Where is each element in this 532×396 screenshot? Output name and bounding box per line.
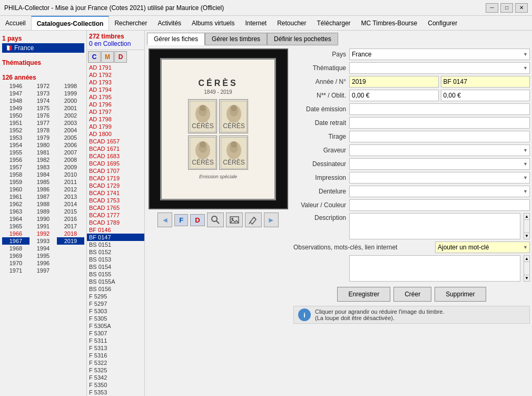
list-item[interactable]: AD 1799 bbox=[87, 123, 144, 130]
valeur-input[interactable] bbox=[349, 199, 530, 211]
list-item[interactable]: F 5295 bbox=[87, 293, 144, 300]
year-1981[interactable]: 1981 bbox=[29, 149, 57, 156]
tab-gerer-fiches[interactable]: Gérer les fiches bbox=[147, 33, 205, 45]
year-1975[interactable]: 1975 bbox=[29, 104, 57, 112]
year-2009[interactable]: 2009 bbox=[57, 163, 84, 171]
menu-catalogues[interactable]: Catalogues-Collection bbox=[31, 16, 110, 30]
list-item[interactable]: AD 1791 bbox=[87, 64, 144, 71]
year-1962[interactable]: 1962 bbox=[2, 200, 29, 208]
year-1992[interactable]: 1992 bbox=[29, 230, 57, 237]
graveur-select[interactable] bbox=[349, 144, 530, 156]
year-2004[interactable]: 2004 bbox=[57, 127, 84, 134]
close-button[interactable]: ✕ bbox=[515, 3, 528, 13]
year-1946[interactable]: 1946 bbox=[2, 82, 29, 90]
list-item[interactable]: F 5297 bbox=[87, 300, 144, 307]
year-1966[interactable]: 1966 bbox=[2, 230, 29, 237]
list-item[interactable]: BCAD 1657 bbox=[87, 138, 144, 145]
year-1957[interactable]: 1957 bbox=[2, 163, 29, 171]
oblit-input[interactable] bbox=[441, 90, 530, 101]
year-1959[interactable]: 1959 bbox=[2, 178, 29, 186]
year-1956[interactable]: 1956 bbox=[2, 156, 29, 163]
year-1989[interactable]: 1989 bbox=[29, 208, 57, 215]
stamp-image[interactable]: CÉRÈS 1849 - 2019 CÉRÈS bbox=[149, 49, 288, 209]
list-item[interactable]: BS 0155 bbox=[87, 271, 144, 278]
list-item[interactable]: F 5322 bbox=[87, 359, 144, 366]
year-2008[interactable]: 2008 bbox=[57, 156, 84, 163]
d-button[interactable]: D bbox=[190, 214, 204, 226]
year-2015[interactable]: 2015 bbox=[57, 208, 84, 215]
year-2016[interactable]: 2016 bbox=[57, 215, 84, 223]
list-item[interactable]: F 5325 bbox=[87, 366, 144, 374]
tab-definir-pochettes[interactable]: Définir les pochettes bbox=[267, 33, 338, 45]
year-2013[interactable]: 2013 bbox=[57, 193, 84, 200]
year-1986[interactable]: 1986 bbox=[29, 186, 57, 193]
year-1994[interactable]: 1994 bbox=[29, 245, 57, 252]
year-2011[interactable]: 2011 bbox=[57, 178, 84, 186]
year-1951[interactable]: 1951 bbox=[2, 119, 29, 127]
year-2001[interactable]: 2001 bbox=[57, 104, 84, 112]
annee-input[interactable] bbox=[349, 76, 439, 88]
year-1964[interactable]: 1964 bbox=[2, 215, 29, 223]
year-1970[interactable]: 1970 bbox=[2, 259, 29, 267]
year-1998[interactable]: 1998 bbox=[57, 82, 84, 90]
year-2010[interactable]: 2010 bbox=[57, 171, 84, 178]
year-1995[interactable]: 1995 bbox=[29, 252, 57, 259]
list-item[interactable]: BS 0152 bbox=[87, 248, 144, 256]
list-item[interactable]: BCAD 1741 bbox=[87, 189, 144, 197]
year-1976[interactable]: 1976 bbox=[29, 112, 57, 119]
year-1963[interactable]: 1963 bbox=[2, 208, 29, 215]
year-1990[interactable]: 1990 bbox=[29, 215, 57, 223]
year-1979[interactable]: 1979 bbox=[29, 134, 57, 141]
year-1974[interactable]: 1974 bbox=[29, 97, 57, 104]
list-item[interactable]: BS 0151 bbox=[87, 241, 144, 248]
f-button[interactable]: F bbox=[174, 214, 188, 226]
btn-d[interactable]: D bbox=[114, 51, 127, 63]
menu-albums[interactable]: Albums virtuels bbox=[186, 16, 240, 30]
menu-configurer[interactable]: Configurer bbox=[422, 16, 462, 30]
next-button[interactable]: ► bbox=[264, 213, 279, 227]
year-1967[interactable]: 1967 bbox=[2, 237, 29, 245]
list-item[interactable]: BS 0153 bbox=[87, 256, 144, 263]
year-1949[interactable]: 1949 bbox=[2, 104, 29, 112]
year-1950[interactable]: 1950 bbox=[2, 112, 29, 119]
year-1965[interactable]: 1965 bbox=[2, 223, 29, 230]
menu-mc-timbres[interactable]: MC Timbres-Bourse bbox=[356, 16, 423, 30]
year-2017[interactable]: 2017 bbox=[57, 223, 84, 230]
year-1954[interactable]: 1954 bbox=[2, 141, 29, 149]
list-item[interactable]: AD 1796 bbox=[87, 101, 144, 108]
list-item[interactable]: BCAD 1777 bbox=[87, 211, 144, 219]
year-1983[interactable]: 1983 bbox=[29, 163, 57, 171]
list-item[interactable]: BS 0156 bbox=[87, 285, 144, 293]
year-1947[interactable]: 1947 bbox=[2, 90, 29, 97]
year-1985[interactable]: 1985 bbox=[29, 178, 57, 186]
year-1984[interactable]: 1984 bbox=[29, 171, 57, 178]
year-1953[interactable]: 1953 bbox=[2, 134, 29, 141]
list-item[interactable]: F 5350 bbox=[87, 381, 144, 389]
country-france[interactable]: 🇫🇷France bbox=[2, 43, 84, 53]
list-item[interactable]: AD 1792 bbox=[87, 71, 144, 79]
year-2012[interactable]: 2012 bbox=[57, 186, 84, 193]
year-1997[interactable]: 1997 bbox=[29, 267, 57, 274]
date-retrait-input[interactable] bbox=[349, 117, 530, 129]
year-1988[interactable]: 1988 bbox=[29, 200, 57, 208]
list-item-selected[interactable]: BF 0147 bbox=[87, 234, 144, 241]
desc-scroll-up[interactable]: ▲ bbox=[524, 214, 529, 220]
year-2005[interactable]: 2005 bbox=[57, 134, 84, 141]
image-button[interactable] bbox=[226, 213, 243, 227]
create-button[interactable]: Créer bbox=[393, 287, 431, 302]
list-item[interactable]: BCAD 1695 bbox=[87, 160, 144, 167]
thematique-select[interactable] bbox=[349, 62, 530, 74]
list-item[interactable]: F 5307 bbox=[87, 330, 144, 337]
edit-button[interactable] bbox=[245, 213, 262, 227]
minimize-button[interactable]: ─ bbox=[486, 3, 498, 13]
tirage-input[interactable] bbox=[349, 131, 530, 142]
obs-keyword-select[interactable]: Ajouter un mot-clé bbox=[435, 242, 530, 253]
dessinateur-select[interactable] bbox=[349, 158, 530, 170]
year-1973[interactable]: 1973 bbox=[29, 90, 57, 97]
year-2007[interactable]: 2007 bbox=[57, 149, 84, 156]
list-item[interactable]: F 5342 bbox=[87, 374, 144, 381]
list-item[interactable]: BCAD 1765 bbox=[87, 204, 144, 211]
list-item[interactable]: AD 1800 bbox=[87, 130, 144, 138]
menu-retoucher[interactable]: Retoucher bbox=[272, 16, 311, 30]
list-item[interactable]: BCAD 1671 bbox=[87, 145, 144, 152]
